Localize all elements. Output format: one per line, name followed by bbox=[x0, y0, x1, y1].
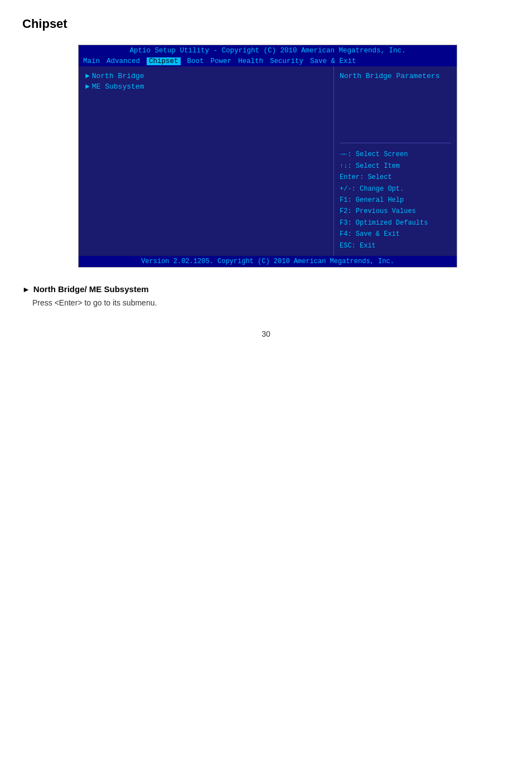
bios-body: ► North Bridge ► ME Subsystem North Brid… bbox=[79, 66, 457, 256]
menu-main[interactable]: Main bbox=[83, 57, 100, 65]
help-f4: F4: Save & Exit bbox=[340, 229, 451, 240]
bios-footer: Version 2.02.1205. Copyright (C) 2010 Am… bbox=[79, 256, 457, 267]
bios-help-top: North Bridge Parameters bbox=[340, 71, 451, 143]
help-esc: ESC: Exit bbox=[340, 240, 451, 251]
help-select-screen: →←: Select Screen bbox=[340, 149, 451, 160]
help-enter: Enter: Select bbox=[340, 172, 451, 183]
right-panel-title: North Bridge Parameters bbox=[340, 71, 451, 82]
menu-item-north-bridge[interactable]: ► North Bridge bbox=[85, 72, 327, 80]
menu-health[interactable]: Health bbox=[238, 57, 263, 65]
arrow-icon-2: ► bbox=[85, 83, 90, 91]
section-heading-text: North Bridge/ ME Subsystem bbox=[33, 284, 149, 294]
page-title: Chipset bbox=[22, 17, 510, 31]
bios-right-panel: North Bridge Parameters →←: Select Scree… bbox=[334, 66, 457, 256]
menu-security[interactable]: Security bbox=[270, 57, 303, 65]
section-arrow-icon: ► bbox=[22, 285, 30, 294]
help-f3: F3: Optimized Defaults bbox=[340, 217, 451, 229]
menu-advanced[interactable]: Advanced bbox=[107, 57, 140, 65]
menu-chipset[interactable]: Chipset bbox=[147, 57, 181, 65]
bios-screen: Aptio Setup Utility - Copyright (C) 2010… bbox=[78, 45, 457, 268]
menu-item-me-subsystem[interactable]: ► ME Subsystem bbox=[85, 83, 327, 91]
help-change-opt: +/-: Change Opt. bbox=[340, 183, 451, 195]
section-body-text: Press <Enter> to go to its submenu. bbox=[32, 298, 510, 307]
bios-header-line1: Aptio Setup Utility - Copyright (C) 2010… bbox=[79, 45, 457, 56]
menu-save-exit[interactable]: Save & Exit bbox=[310, 57, 356, 65]
bios-menubar[interactable]: Main Advanced Chipset Boot Power Health … bbox=[79, 56, 457, 66]
bios-left-panel: ► North Bridge ► ME Subsystem bbox=[79, 66, 334, 256]
menu-power[interactable]: Power bbox=[211, 57, 232, 65]
bios-help-keys: →←: Select Screen ↑↓: Select Item Enter:… bbox=[340, 143, 451, 251]
arrow-icon: ► bbox=[85, 72, 90, 80]
help-select-item: ↑↓: Select Item bbox=[340, 161, 451, 172]
help-f1: F1: General Help bbox=[340, 195, 451, 206]
section-heading: ► North Bridge/ ME Subsystem bbox=[22, 284, 510, 294]
help-f2: F2: Previous Values bbox=[340, 206, 451, 217]
page-number: 30 bbox=[22, 329, 510, 338]
menu-boot[interactable]: Boot bbox=[187, 57, 204, 65]
